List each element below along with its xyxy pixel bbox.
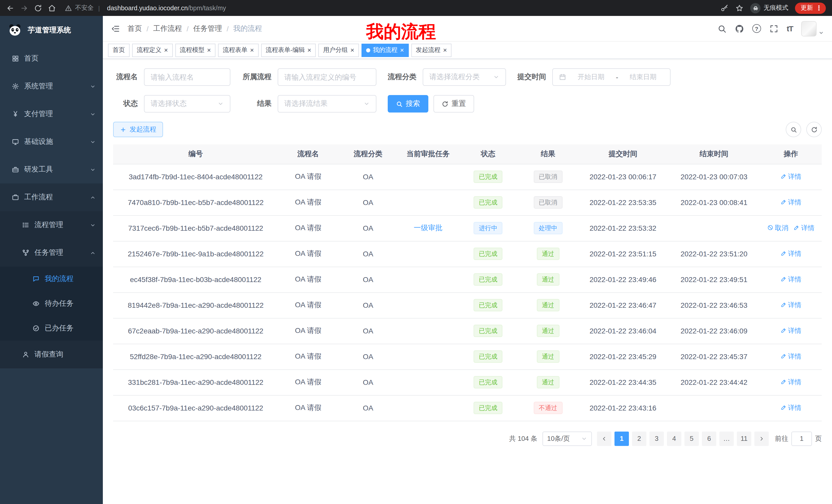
back-icon[interactable]	[6, 4, 15, 12]
forward-icon[interactable]	[20, 4, 28, 12]
github-icon[interactable]	[735, 24, 744, 33]
page-button[interactable]: 2	[632, 431, 646, 446]
sidebar-item-home[interactable]: 首页	[0, 45, 103, 73]
detail-link[interactable]: 详情	[794, 223, 814, 233]
sidebar-item-leave-query[interactable]: 请假查询	[0, 341, 103, 368]
cell-id: 331bc281-7b9a-11ec-a290-acde48001122	[113, 369, 278, 395]
cell-end-time	[668, 215, 760, 241]
reload-icon[interactable]	[34, 4, 42, 12]
cell-result: 已取消	[518, 164, 578, 190]
avatar[interactable]	[801, 21, 816, 36]
sidebar-item-my-process[interactable]: 我的流程	[0, 267, 103, 291]
next-page-button[interactable]	[754, 431, 769, 446]
category-select[interactable]: 请选择流程分类	[423, 68, 506, 86]
tab-close-icon[interactable]: ×	[350, 47, 354, 53]
tab-my-process[interactable]: 我的流程×	[362, 44, 409, 57]
tab-process-form[interactable]: 流程表单×	[218, 44, 258, 57]
tab-user-group[interactable]: 用户分组×	[318, 44, 359, 57]
search-icon[interactable]	[717, 24, 727, 33]
start-date-placeholder[interactable]: 开始日期	[570, 73, 612, 82]
tab-home[interactable]: 首页	[108, 44, 130, 57]
page-button[interactable]: 1	[615, 431, 629, 446]
cell-submit-time: 2022-01-22 23:51:15	[578, 241, 668, 267]
page-button[interactable]: 11	[737, 431, 751, 446]
end-date-placeholder[interactable]: 结束日期	[622, 73, 664, 82]
url-text[interactable]: dashboard.yudao.iocoder.cn/bpm/task/my	[107, 4, 226, 11]
star-icon[interactable]	[735, 4, 744, 12]
cell-status: 已完成	[458, 164, 518, 190]
sidebar-item-process-management[interactable]: 流程管理	[0, 211, 103, 239]
app-logo[interactable]: 芋道管理系统	[0, 16, 103, 45]
toggle-search-button[interactable]	[786, 122, 801, 137]
detail-link[interactable]: 详情	[780, 326, 801, 335]
hamburger-icon[interactable]	[111, 24, 120, 33]
tab-close-icon[interactable]: ×	[164, 47, 168, 53]
detail-link[interactable]: 详情	[780, 403, 801, 413]
browser-menu-icon[interactable]: ⋮	[815, 4, 822, 12]
detail-link[interactable]: 详情	[780, 198, 801, 207]
sidebar-item-task-management[interactable]: 任务管理	[0, 239, 103, 267]
tab-close-icon[interactable]: ×	[308, 47, 311, 53]
tab-process-form-edit[interactable]: 流程表单-编辑×	[261, 44, 316, 57]
detail-link[interactable]: 详情	[780, 275, 801, 284]
page-button[interactable]: 3	[649, 431, 664, 446]
cancel-link[interactable]: 取消	[767, 223, 788, 233]
detail-link[interactable]: 详情	[780, 377, 801, 387]
prev-page-button[interactable]	[597, 431, 612, 446]
user-menu[interactable]	[801, 21, 824, 36]
cell-category: OA	[338, 369, 398, 395]
reset-button[interactable]: 重置	[434, 95, 474, 113]
tab-close-icon[interactable]: ×	[400, 47, 404, 53]
detail-link[interactable]: 详情	[780, 301, 801, 310]
process-definition-field[interactable]	[284, 73, 370, 81]
breadcrumb-item[interactable]: 工作流程	[153, 24, 182, 33]
goto-page-input[interactable]	[791, 431, 812, 446]
detail-link[interactable]: 详情	[780, 352, 801, 361]
refresh-table-button[interactable]	[806, 122, 822, 137]
key-icon[interactable]	[721, 4, 729, 12]
font-size-icon[interactable]: tT	[787, 24, 793, 33]
process-name-input[interactable]	[144, 68, 230, 86]
process-name-field[interactable]	[151, 73, 224, 81]
sidebar-item-done-tasks[interactable]: 已办任务	[0, 316, 103, 341]
process-definition-input[interactable]	[278, 68, 376, 86]
cell-current-task: 一级审批	[398, 215, 458, 241]
sidebar-item-payment-management[interactable]: 支付管理	[0, 100, 103, 128]
breadcrumb-item[interactable]: 任务管理	[193, 24, 222, 33]
submit-time-range[interactable]: 开始日期 - 结束日期	[552, 68, 671, 86]
detail-link[interactable]: 详情	[780, 249, 801, 258]
page-button[interactable]: 4	[667, 431, 681, 446]
cell-actions: 详情	[760, 318, 822, 344]
page-size-select[interactable]: 10条/页	[543, 431, 592, 446]
result-tag: 已取消	[534, 171, 562, 183]
current-task-link[interactable]: 一级审批	[414, 223, 442, 232]
cell-status: 已完成	[458, 190, 518, 215]
pager-more[interactable]: …	[719, 431, 734, 446]
tab-process-definition[interactable]: 流程定义×	[132, 44, 173, 57]
breadcrumb-item[interactable]: 首页	[128, 24, 142, 33]
detail-link[interactable]: 详情	[780, 172, 801, 181]
search-button-label: 搜索	[406, 99, 420, 108]
help-icon[interactable]: ?	[752, 24, 761, 33]
tab-close-icon[interactable]: ×	[207, 47, 211, 53]
site-security[interactable]: 不安全 |	[65, 4, 101, 12]
sidebar-item-label: 我的流程	[45, 274, 96, 284]
page-button[interactable]: 5	[684, 431, 699, 446]
home-icon[interactable]	[48, 4, 56, 12]
tab-process-model[interactable]: 流程模型×	[175, 44, 215, 57]
status-select[interactable]: 请选择状态	[144, 95, 230, 113]
result-select[interactable]: 请选择流结果	[278, 95, 376, 113]
start-process-button[interactable]: 发起流程	[113, 122, 163, 137]
tab-start-process[interactable]: 发起流程×	[411, 44, 451, 57]
search-button[interactable]: 搜索	[388, 95, 428, 113]
tab-close-icon[interactable]: ×	[443, 47, 447, 53]
sidebar-item-system-management[interactable]: 系统管理	[0, 73, 103, 100]
tab-close-icon[interactable]: ×	[250, 47, 254, 53]
fullscreen-icon[interactable]	[769, 24, 779, 33]
sidebar-item-workflow[interactable]: 工作流程	[0, 184, 103, 211]
sidebar-item-dev-tools[interactable]: 研发工具	[0, 156, 103, 184]
page-button[interactable]: 6	[702, 431, 716, 446]
update-button[interactable]: 更新 ⋮	[795, 2, 826, 13]
sidebar-item-todo-tasks[interactable]: 待办任务	[0, 291, 103, 316]
sidebar-item-infrastructure[interactable]: 基础设施	[0, 128, 103, 156]
